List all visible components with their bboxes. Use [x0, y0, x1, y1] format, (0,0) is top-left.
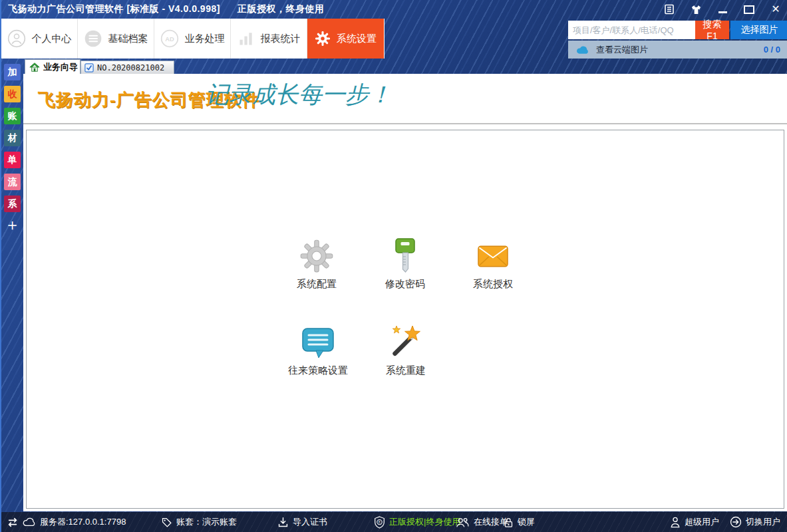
shortcut-label: 系统授权 — [446, 278, 540, 291]
person-circle-icon — [7, 29, 26, 48]
shortcut-label: 系统重建 — [359, 364, 452, 377]
license-label: 正版授权|终身使用 — [389, 516, 460, 528]
key-icon — [359, 235, 452, 277]
switch-user[interactable]: 切换用户 — [730, 512, 780, 532]
server-address: 服务器:127.0.0.1:7798 — [40, 516, 126, 528]
nav-report-stats[interactable]: 报表统计 — [231, 19, 307, 59]
user-icon — [670, 516, 681, 528]
minimize-button[interactable] — [715, 3, 730, 16]
license-status: E 正版授权|终身使用 — [374, 512, 460, 532]
sidebar-item-material[interactable]: 材 — [4, 130, 21, 146]
search-button[interactable]: 搜索 F1 — [695, 21, 729, 39]
sidebar-add-button[interactable]: ＋ — [4, 216, 21, 233]
window-title: 飞扬动力广告公司管理软件 [标准版 - V4.0.0.998]正版授权，终身使用 — [8, 3, 324, 15]
nav-base-archive[interactable]: 基础档案 — [78, 19, 154, 59]
shortcut-system-rebuild[interactable]: 系统重建 — [359, 322, 452, 377]
shortcut-label: 修改密码 — [359, 278, 452, 291]
speech-bubble-icon — [271, 322, 365, 363]
lock-screen-label: 锁屏 — [518, 516, 535, 528]
server-status: 服务器:127.0.0.1:7798 — [23, 512, 126, 532]
gear-icon — [270, 235, 363, 277]
magic-wand-icon — [359, 322, 452, 363]
nav-label: 系统设置 — [337, 33, 377, 45]
window-title-subtitle: 正版授权，终身使用 — [237, 3, 325, 14]
nav-system-settings[interactable]: 系统设置 — [307, 19, 384, 59]
sidebar-item-receive[interactable]: 收 — [4, 86, 21, 102]
notes-icon[interactable] — [662, 3, 677, 16]
arrow-circle-icon — [730, 516, 742, 528]
ad-circle-icon: AD — [160, 29, 179, 48]
home-icon — [29, 62, 40, 72]
svg-text:E: E — [379, 520, 381, 524]
people-icon — [455, 517, 470, 528]
search-input[interactable] — [568, 21, 696, 39]
lock-screen[interactable]: 锁屏 — [504, 512, 535, 532]
nav-label: 个人中心 — [32, 33, 72, 45]
current-user-label: 超级用户 — [685, 516, 719, 528]
shield-icon: E — [374, 516, 385, 529]
tag-icon — [161, 517, 172, 528]
envelope-icon — [446, 235, 540, 277]
shortcut-system-config[interactable]: 系统配置 — [270, 235, 363, 291]
sidebar-item-account[interactable]: 账 — [4, 108, 21, 124]
import-certificate[interactable]: 导入证书 — [277, 512, 327, 532]
nav-label: 基础档案 — [108, 33, 148, 45]
maximize-button[interactable] — [742, 3, 756, 16]
sidebar-item-flow[interactable]: 流 — [4, 174, 21, 190]
slogan-text: 记录成长每一步！ — [206, 79, 392, 110]
shortcut-system-license[interactable]: 系统授权 — [446, 235, 540, 291]
cloud-outline-icon — [23, 517, 36, 527]
status-bar: 服务器:127.0.0.1:7798 账套：演示账套 导入证书 E 正版授权|终… — [1, 512, 787, 532]
header-divider — [23, 123, 787, 124]
main-nav: 个人中心 基础档案 AD 业务处理 报表统计 系统设置 — [1, 19, 385, 59]
app-window: 飞扬动力广告公司管理软件 [标准版 - V4.0.0.998]正版授权，终身使用… — [0, 0, 787, 532]
close-button[interactable]: ✕ — [768, 3, 783, 16]
swap-arrows-icon[interactable] — [7, 512, 19, 532]
list-circle-icon — [84, 29, 102, 48]
nav-business-process[interactable]: AD 业务处理 — [154, 19, 231, 59]
shortcut-contact-policy[interactable]: 往来策略设置 — [271, 322, 365, 377]
nav-label: 报表统计 — [261, 33, 301, 45]
cloud-row-label: 查看云端图片 — [596, 44, 648, 56]
sidebar-item-order[interactable]: 单 — [4, 152, 21, 168]
switch-user-label: 切换用户 — [746, 516, 780, 528]
gear-icon — [315, 31, 331, 47]
nav-personal-center[interactable]: 个人中心 — [1, 19, 78, 59]
select-image-button[interactable]: 选择图片 — [730, 21, 787, 39]
shortcut-change-password[interactable]: 修改密码 — [359, 235, 452, 291]
shortcut-label: 往来策略设置 — [271, 364, 365, 377]
window-title-text: 飞扬动力广告公司管理软件 [标准版 - V4.0.0.998] — [8, 3, 220, 14]
account-set-name: 账套：演示账套 — [176, 516, 237, 528]
tab-label: 业务向导 — [43, 61, 78, 73]
title-bar: 飞扬动力广告公司管理软件 [标准版 - V4.0.0.998]正版授权，终身使用… — [1, 0, 787, 19]
shortcut-label: 系统配置 — [270, 278, 363, 291]
tab-business-wizard[interactable]: 业务向导 — [25, 59, 80, 74]
tab-label: NO.20200821002 — [97, 63, 164, 72]
current-user[interactable]: 超级用户 — [670, 512, 719, 532]
download-icon — [277, 517, 289, 528]
view-cloud-images-row[interactable]: 查看云端图片 0 / 0 — [568, 41, 787, 59]
sidebar-item-system[interactable]: 系 — [4, 196, 21, 212]
bar-chart-icon — [237, 30, 255, 47]
tab-document-number[interactable]: NO.20200821002 — [80, 61, 174, 74]
main-content: 飞扬动力-广告公司管理软件 记录成长每一步！ 系统配置 修改密码 系统授 — [23, 74, 787, 511]
cloud-image-count: 0 / 0 — [764, 45, 780, 55]
sidebar-item-add[interactable]: 加 — [4, 64, 21, 80]
lock-icon — [504, 517, 514, 528]
account-set-status: 账套：演示账套 — [161, 512, 237, 532]
skin-icon[interactable] — [689, 3, 703, 16]
nav-label: 业务处理 — [185, 33, 225, 45]
checkbox-icon — [84, 63, 94, 72]
cloud-icon — [576, 45, 589, 55]
svg-text:AD: AD — [165, 36, 174, 43]
import-cert-label: 导入证书 — [293, 516, 327, 528]
online-orders[interactable]: 在线接单 — [455, 512, 508, 532]
wizard-panel: 系统配置 修改密码 系统授权 往来策略设置 — [26, 130, 784, 509]
